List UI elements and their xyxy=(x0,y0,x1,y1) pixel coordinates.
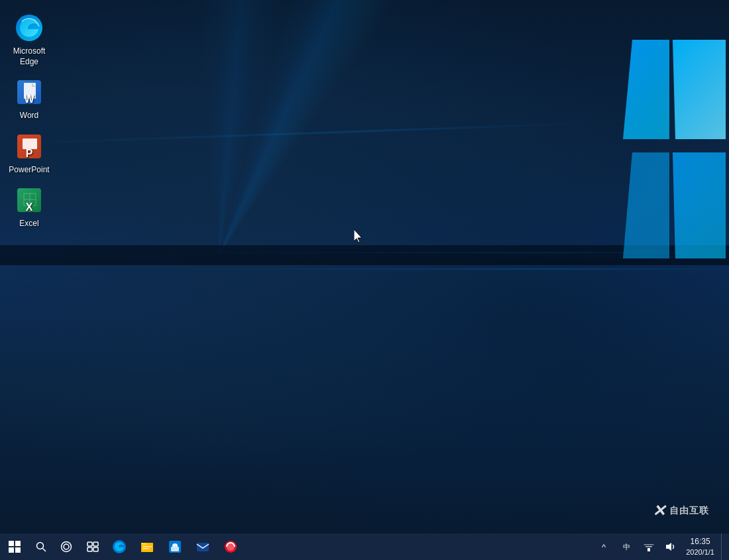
desktop-icon-excel[interactable]: X Excel xyxy=(3,180,56,233)
file-explorer-icon xyxy=(140,539,154,554)
start-button[interactable] xyxy=(0,533,29,560)
volume-icon[interactable] xyxy=(661,533,679,560)
win-pane-top-right xyxy=(673,40,726,139)
svg-marker-33 xyxy=(666,543,671,551)
svg-text:P: P xyxy=(26,148,33,159)
start-icon xyxy=(9,541,21,553)
word-icon-label: Word xyxy=(20,111,38,121)
watermark-symbol: ✕ xyxy=(652,502,665,520)
system-tray: ^ 中 16:35 2020/1/1 xyxy=(590,533,729,560)
taskbar-edge-svg xyxy=(112,539,127,554)
svg-rect-32 xyxy=(644,544,654,545)
clock-display[interactable]: 16:35 2020/1/1 xyxy=(682,535,718,559)
taskbar-pinned-icons xyxy=(106,533,244,560)
wallpaper-reflection xyxy=(0,205,729,258)
taskbar-store-icon[interactable] xyxy=(162,533,188,560)
network-icon[interactable] xyxy=(640,533,658,560)
svg-rect-23 xyxy=(142,546,152,547)
cortana-icon xyxy=(60,541,72,553)
search-icon xyxy=(36,541,46,552)
svg-text:X: X xyxy=(26,201,33,213)
store-icon xyxy=(168,539,182,554)
svg-point-16 xyxy=(64,544,69,549)
word-icon: W xyxy=(13,76,45,108)
svg-line-14 xyxy=(43,549,46,552)
powerpoint-icon-label: PowerPoint xyxy=(9,165,49,176)
taskbar-search-button[interactable] xyxy=(29,533,53,560)
extra-icon xyxy=(223,539,238,554)
language-indicator[interactable]: 中 xyxy=(616,533,637,560)
tray-overflow[interactable]: ^ xyxy=(594,533,613,560)
task-view-icon xyxy=(87,541,99,553)
svg-rect-31 xyxy=(645,546,652,547)
desktop-icon-word[interactable]: W Word xyxy=(3,72,56,125)
svg-rect-27 xyxy=(197,543,209,551)
task-view-button[interactable] xyxy=(80,533,106,560)
watermark-text: 自由互联 xyxy=(669,505,709,517)
edge-icon xyxy=(13,12,45,44)
svg-point-15 xyxy=(62,542,72,552)
powerpoint-icon: P xyxy=(13,131,45,162)
edge-icon-label: Microsoft Edge xyxy=(13,46,46,67)
desktop: Microsoft Edge xyxy=(0,0,729,533)
taskbar-edge-icon[interactable] xyxy=(106,533,133,560)
volume-svg xyxy=(665,541,675,552)
desktop-icon-edge[interactable]: Microsoft Edge xyxy=(3,8,56,71)
svg-rect-19 xyxy=(87,547,92,551)
svg-point-13 xyxy=(37,543,44,549)
svg-rect-24 xyxy=(142,548,149,549)
win-pane-top-left xyxy=(623,40,669,139)
taskbar-mail-icon[interactable] xyxy=(190,533,216,560)
wallpaper-logo-container xyxy=(398,0,729,398)
watermark: ✕ 自由互联 xyxy=(652,502,709,520)
svg-rect-30 xyxy=(647,548,650,551)
svg-rect-18 xyxy=(93,542,98,546)
show-desktop-button[interactable] xyxy=(721,533,725,560)
mail-icon xyxy=(196,539,210,554)
excel-icon-label: Excel xyxy=(19,219,38,229)
clock-time: 16:35 xyxy=(686,536,714,547)
clock-date: 2020/1/1 xyxy=(686,547,714,557)
svg-rect-26 xyxy=(171,547,179,551)
svg-text:W: W xyxy=(24,93,34,105)
desktop-icons-container: Microsoft Edge xyxy=(0,0,58,241)
desktop-icon-powerpoint[interactable]: P PowerPoint xyxy=(3,127,56,180)
cortana-button[interactable] xyxy=(53,533,80,560)
taskbar-extra-icon[interactable] xyxy=(217,533,244,560)
excel-icon: X xyxy=(13,184,45,216)
taskbar-explorer-icon[interactable] xyxy=(134,533,160,560)
svg-rect-17 xyxy=(87,542,92,546)
network-svg xyxy=(644,541,654,552)
svg-rect-20 xyxy=(93,547,98,551)
taskbar: ^ 中 16:35 2020/1/1 xyxy=(0,533,729,560)
